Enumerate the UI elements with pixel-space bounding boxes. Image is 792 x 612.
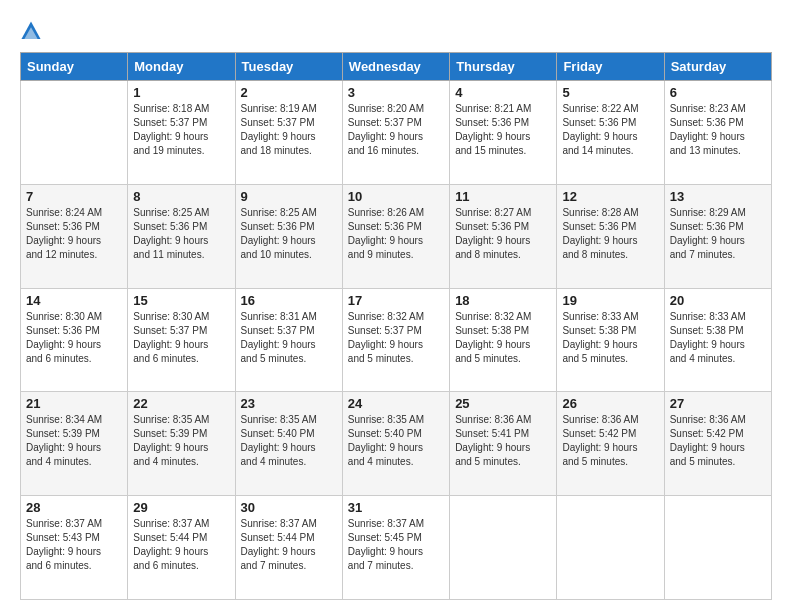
- calendar-cell: 3Sunrise: 8:20 AMSunset: 5:37 PMDaylight…: [342, 81, 449, 185]
- calendar-cell: [21, 81, 128, 185]
- calendar-cell: 15Sunrise: 8:30 AMSunset: 5:37 PMDayligh…: [128, 288, 235, 392]
- day-number: 5: [562, 85, 658, 100]
- calendar-cell: 25Sunrise: 8:36 AMSunset: 5:41 PMDayligh…: [450, 392, 557, 496]
- cell-info: Sunrise: 8:37 AMSunset: 5:44 PMDaylight:…: [133, 517, 229, 573]
- calendar-cell: 20Sunrise: 8:33 AMSunset: 5:38 PMDayligh…: [664, 288, 771, 392]
- day-number: 2: [241, 85, 337, 100]
- day-number: 16: [241, 293, 337, 308]
- cell-info: Sunrise: 8:20 AMSunset: 5:37 PMDaylight:…: [348, 102, 444, 158]
- calendar-cell: [450, 496, 557, 600]
- day-number: 30: [241, 500, 337, 515]
- calendar-cell: 31Sunrise: 8:37 AMSunset: 5:45 PMDayligh…: [342, 496, 449, 600]
- day-number: 27: [670, 396, 766, 411]
- weekday-header-row: SundayMondayTuesdayWednesdayThursdayFrid…: [21, 53, 772, 81]
- weekday-header-wednesday: Wednesday: [342, 53, 449, 81]
- cell-info: Sunrise: 8:25 AMSunset: 5:36 PMDaylight:…: [133, 206, 229, 262]
- day-number: 14: [26, 293, 122, 308]
- cell-info: Sunrise: 8:24 AMSunset: 5:36 PMDaylight:…: [26, 206, 122, 262]
- calendar-cell: 22Sunrise: 8:35 AMSunset: 5:39 PMDayligh…: [128, 392, 235, 496]
- calendar-table: SundayMondayTuesdayWednesdayThursdayFrid…: [20, 52, 772, 600]
- calendar-week-row: 21Sunrise: 8:34 AMSunset: 5:39 PMDayligh…: [21, 392, 772, 496]
- day-number: 31: [348, 500, 444, 515]
- logo: [20, 22, 44, 42]
- calendar-cell: 30Sunrise: 8:37 AMSunset: 5:44 PMDayligh…: [235, 496, 342, 600]
- cell-info: Sunrise: 8:35 AMSunset: 5:39 PMDaylight:…: [133, 413, 229, 469]
- calendar-cell: 9Sunrise: 8:25 AMSunset: 5:36 PMDaylight…: [235, 184, 342, 288]
- calendar-cell: 19Sunrise: 8:33 AMSunset: 5:38 PMDayligh…: [557, 288, 664, 392]
- calendar-cell: 12Sunrise: 8:28 AMSunset: 5:36 PMDayligh…: [557, 184, 664, 288]
- cell-info: Sunrise: 8:23 AMSunset: 5:36 PMDaylight:…: [670, 102, 766, 158]
- calendar-cell: 2Sunrise: 8:19 AMSunset: 5:37 PMDaylight…: [235, 81, 342, 185]
- day-number: 22: [133, 396, 229, 411]
- cell-info: Sunrise: 8:25 AMSunset: 5:36 PMDaylight:…: [241, 206, 337, 262]
- day-number: 21: [26, 396, 122, 411]
- day-number: 9: [241, 189, 337, 204]
- day-number: 19: [562, 293, 658, 308]
- calendar-cell: [557, 496, 664, 600]
- calendar-week-row: 14Sunrise: 8:30 AMSunset: 5:36 PMDayligh…: [21, 288, 772, 392]
- cell-info: Sunrise: 8:28 AMSunset: 5:36 PMDaylight:…: [562, 206, 658, 262]
- calendar-cell: 1Sunrise: 8:18 AMSunset: 5:37 PMDaylight…: [128, 81, 235, 185]
- cell-info: Sunrise: 8:37 AMSunset: 5:44 PMDaylight:…: [241, 517, 337, 573]
- cell-info: Sunrise: 8:30 AMSunset: 5:37 PMDaylight:…: [133, 310, 229, 366]
- calendar-cell: 18Sunrise: 8:32 AMSunset: 5:38 PMDayligh…: [450, 288, 557, 392]
- calendar-cell: 13Sunrise: 8:29 AMSunset: 5:36 PMDayligh…: [664, 184, 771, 288]
- day-number: 10: [348, 189, 444, 204]
- cell-info: Sunrise: 8:36 AMSunset: 5:42 PMDaylight:…: [670, 413, 766, 469]
- calendar-cell: 5Sunrise: 8:22 AMSunset: 5:36 PMDaylight…: [557, 81, 664, 185]
- calendar-week-row: 28Sunrise: 8:37 AMSunset: 5:43 PMDayligh…: [21, 496, 772, 600]
- cell-info: Sunrise: 8:36 AMSunset: 5:42 PMDaylight:…: [562, 413, 658, 469]
- cell-info: Sunrise: 8:33 AMSunset: 5:38 PMDaylight:…: [670, 310, 766, 366]
- calendar-cell: 4Sunrise: 8:21 AMSunset: 5:36 PMDaylight…: [450, 81, 557, 185]
- cell-info: Sunrise: 8:32 AMSunset: 5:38 PMDaylight:…: [455, 310, 551, 366]
- calendar-cell: 8Sunrise: 8:25 AMSunset: 5:36 PMDaylight…: [128, 184, 235, 288]
- cell-info: Sunrise: 8:31 AMSunset: 5:37 PMDaylight:…: [241, 310, 337, 366]
- cell-info: Sunrise: 8:26 AMSunset: 5:36 PMDaylight:…: [348, 206, 444, 262]
- day-number: 8: [133, 189, 229, 204]
- day-number: 3: [348, 85, 444, 100]
- logo-icon: [20, 20, 42, 42]
- weekday-header-sunday: Sunday: [21, 53, 128, 81]
- cell-info: Sunrise: 8:37 AMSunset: 5:45 PMDaylight:…: [348, 517, 444, 573]
- calendar-cell: 29Sunrise: 8:37 AMSunset: 5:44 PMDayligh…: [128, 496, 235, 600]
- cell-info: Sunrise: 8:36 AMSunset: 5:41 PMDaylight:…: [455, 413, 551, 469]
- calendar-cell: 17Sunrise: 8:32 AMSunset: 5:37 PMDayligh…: [342, 288, 449, 392]
- calendar-cell: 11Sunrise: 8:27 AMSunset: 5:36 PMDayligh…: [450, 184, 557, 288]
- day-number: 25: [455, 396, 551, 411]
- calendar-week-row: 7Sunrise: 8:24 AMSunset: 5:36 PMDaylight…: [21, 184, 772, 288]
- cell-info: Sunrise: 8:35 AMSunset: 5:40 PMDaylight:…: [241, 413, 337, 469]
- cell-info: Sunrise: 8:21 AMSunset: 5:36 PMDaylight:…: [455, 102, 551, 158]
- calendar-cell: 24Sunrise: 8:35 AMSunset: 5:40 PMDayligh…: [342, 392, 449, 496]
- calendar-cell: 10Sunrise: 8:26 AMSunset: 5:36 PMDayligh…: [342, 184, 449, 288]
- day-number: 12: [562, 189, 658, 204]
- calendar-cell: 14Sunrise: 8:30 AMSunset: 5:36 PMDayligh…: [21, 288, 128, 392]
- day-number: 13: [670, 189, 766, 204]
- calendar-cell: 6Sunrise: 8:23 AMSunset: 5:36 PMDaylight…: [664, 81, 771, 185]
- day-number: 17: [348, 293, 444, 308]
- weekday-header-friday: Friday: [557, 53, 664, 81]
- day-number: 7: [26, 189, 122, 204]
- weekday-header-tuesday: Tuesday: [235, 53, 342, 81]
- day-number: 1: [133, 85, 229, 100]
- day-number: 6: [670, 85, 766, 100]
- header: [20, 18, 772, 42]
- day-number: 4: [455, 85, 551, 100]
- calendar-week-row: 1Sunrise: 8:18 AMSunset: 5:37 PMDaylight…: [21, 81, 772, 185]
- cell-info: Sunrise: 8:29 AMSunset: 5:36 PMDaylight:…: [670, 206, 766, 262]
- calendar-cell: 26Sunrise: 8:36 AMSunset: 5:42 PMDayligh…: [557, 392, 664, 496]
- day-number: 11: [455, 189, 551, 204]
- cell-info: Sunrise: 8:33 AMSunset: 5:38 PMDaylight:…: [562, 310, 658, 366]
- calendar-cell: 7Sunrise: 8:24 AMSunset: 5:36 PMDaylight…: [21, 184, 128, 288]
- cell-info: Sunrise: 8:27 AMSunset: 5:36 PMDaylight:…: [455, 206, 551, 262]
- cell-info: Sunrise: 8:34 AMSunset: 5:39 PMDaylight:…: [26, 413, 122, 469]
- weekday-header-saturday: Saturday: [664, 53, 771, 81]
- weekday-header-monday: Monday: [128, 53, 235, 81]
- calendar-cell: 27Sunrise: 8:36 AMSunset: 5:42 PMDayligh…: [664, 392, 771, 496]
- calendar-cell: 28Sunrise: 8:37 AMSunset: 5:43 PMDayligh…: [21, 496, 128, 600]
- calendar-cell: 21Sunrise: 8:34 AMSunset: 5:39 PMDayligh…: [21, 392, 128, 496]
- day-number: 23: [241, 396, 337, 411]
- day-number: 18: [455, 293, 551, 308]
- day-number: 26: [562, 396, 658, 411]
- calendar-cell: [664, 496, 771, 600]
- weekday-header-thursday: Thursday: [450, 53, 557, 81]
